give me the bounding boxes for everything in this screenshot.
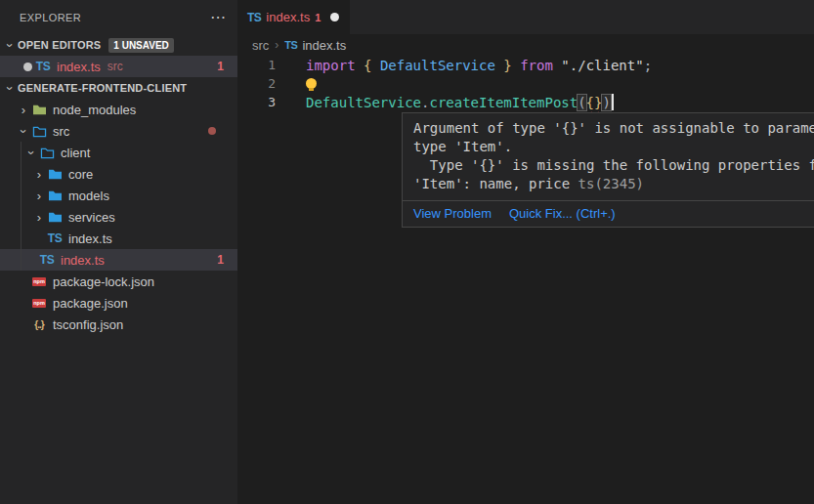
line-number: 2 bbox=[237, 76, 306, 91]
breadcrumb-separator-icon: › bbox=[275, 38, 278, 52]
explorer-sidebar: EXPLORER ⋯ › OPEN EDITORS 1 UNSAVED TS i… bbox=[0, 0, 237, 504]
explorer-title: EXPLORER bbox=[20, 12, 81, 23]
breadcrumb: src › TS index.ts bbox=[237, 34, 814, 56]
error-message-line: Type '{}' is missing the following prope… bbox=[413, 156, 814, 175]
tree-item-label: node_modules bbox=[53, 103, 136, 117]
tree-item-label: models bbox=[68, 189, 109, 203]
tree-item-label: package-lock.json bbox=[53, 274, 154, 289]
view-problem-link[interactable]: View Problem bbox=[413, 206, 492, 221]
tab-file-label: index.ts bbox=[266, 10, 310, 24]
breadcrumb-file[interactable]: index.ts bbox=[302, 38, 346, 53]
tree-item-package-lock-json[interactable]: npm package-lock.json bbox=[0, 271, 237, 292]
open-editor-item-index-ts[interactable]: TS index.ts src 1 bbox=[0, 56, 237, 77]
open-editor-file-desc: src bbox=[107, 60, 123, 73]
tree-item-src[interactable]: › src bbox=[0, 120, 237, 142]
chevron-down-icon: › bbox=[16, 124, 31, 139]
error-code-ref: ts(2345) bbox=[578, 176, 644, 191]
tree-item-label: core bbox=[68, 167, 93, 182]
typescript-file-icon: TS bbox=[247, 11, 261, 24]
open-editor-file-label: index.ts bbox=[57, 60, 101, 74]
code-line-1: 1 import { DefaultService } from "./clie… bbox=[237, 56, 814, 74]
json-braces-icon: {..} bbox=[31, 316, 47, 332]
folder-open-icon bbox=[39, 145, 55, 160]
token-open-brace: { bbox=[364, 58, 380, 73]
line-number: 1 bbox=[237, 58, 306, 72]
line-number-active: 3 bbox=[237, 95, 306, 109]
tree-item-label: src bbox=[53, 124, 69, 139]
open-editors-label: OPEN EDITORS bbox=[18, 39, 101, 51]
token-import-keyword: import bbox=[306, 58, 364, 73]
tree-item-src-index-ts-selected[interactable]: TS index.ts 1 bbox=[0, 249, 237, 271]
vscode-window: EXPLORER ⋯ › OPEN EDITORS 1 UNSAVED TS i… bbox=[0, 0, 814, 504]
code-line-3: 3 DefaultService . createItemItemPost ( … bbox=[237, 93, 814, 111]
explorer-titlebar: EXPLORER ⋯ bbox=[0, 0, 237, 34]
modified-folder-dot-icon bbox=[208, 127, 216, 135]
chevron-down-icon: › bbox=[3, 38, 18, 53]
tab-error-count: 1 bbox=[315, 12, 321, 23]
token-close-paren: ) bbox=[602, 95, 610, 110]
token-close-brace: } bbox=[495, 58, 520, 73]
code-line-2: 2 bbox=[237, 74, 814, 93]
tree-item-label: package.json bbox=[53, 296, 128, 311]
chevron-right-icon: › bbox=[31, 189, 47, 203]
editor-area: TS index.ts 1 src › TS index.ts 1 import… bbox=[237, 0, 814, 504]
tree-item-core[interactable]: › core bbox=[0, 163, 237, 185]
project-section-label: GENERATE-FRONTEND-CLIENT bbox=[18, 82, 187, 94]
tree-item-services[interactable]: › services bbox=[0, 206, 237, 228]
tree-item-client-index-ts[interactable]: TS index.ts bbox=[0, 228, 237, 249]
chevron-right-icon: › bbox=[31, 210, 47, 225]
folder-icon bbox=[47, 166, 63, 182]
tree-item-tsconfig-json[interactable]: {..} tsconfig.json bbox=[0, 314, 237, 335]
tab-strip: TS index.ts 1 bbox=[237, 0, 814, 34]
chevron-right-icon: › bbox=[16, 103, 31, 117]
token-from-keyword: from bbox=[520, 58, 561, 73]
chevron-down-icon: › bbox=[23, 146, 39, 160]
folder-open-icon bbox=[31, 123, 47, 139]
error-hover-actions: View Problem Quick Fix... (Ctrl+.) bbox=[403, 200, 814, 227]
open-editors-header[interactable]: › OPEN EDITORS 1 UNSAVED bbox=[0, 34, 237, 56]
folder-icon bbox=[47, 188, 63, 203]
unsaved-badge: 1 UNSAVED bbox=[108, 38, 174, 53]
tree-indent-guide bbox=[21, 142, 21, 271]
text-cursor bbox=[612, 94, 614, 110]
tree-item-label: index.ts bbox=[68, 231, 112, 246]
chevron-down-icon: › bbox=[3, 81, 18, 96]
npm-icon: npm bbox=[31, 295, 47, 311]
token-module-string: "./client" bbox=[561, 58, 643, 73]
error-count-badge: 1 bbox=[217, 253, 224, 267]
code-area[interactable]: 1 import { DefaultService } from "./clie… bbox=[237, 56, 814, 111]
token-default-service: DefaultService bbox=[380, 58, 495, 73]
folder-icon bbox=[31, 102, 47, 117]
tree-item-models[interactable]: › models bbox=[0, 185, 237, 206]
error-count-badge: 1 bbox=[217, 60, 224, 73]
tab-index-ts[interactable]: TS index.ts 1 bbox=[237, 0, 350, 34]
chevron-right-icon: › bbox=[31, 167, 47, 182]
ellipsis-icon[interactable]: ⋯ bbox=[210, 10, 226, 25]
tree-item-node-modules[interactable]: › node_modules bbox=[0, 99, 237, 120]
error-message: Argument of type '{}' is not assignable … bbox=[403, 113, 814, 200]
error-message-line: Argument of type '{}' is not assignable … bbox=[413, 119, 814, 138]
tree-item-client[interactable]: › client bbox=[0, 142, 237, 163]
tree-item-label: index.ts bbox=[61, 253, 105, 268]
token-empty-object-error: {} bbox=[586, 95, 603, 110]
quick-fix-link[interactable]: Quick Fix... (Ctrl+.) bbox=[509, 206, 616, 221]
typescript-file-icon: TS bbox=[35, 59, 51, 74]
error-message-line: type 'Item'. bbox=[413, 138, 814, 156]
breadcrumb-folder[interactable]: src bbox=[252, 38, 269, 53]
lightbulb-icon[interactable] bbox=[306, 78, 317, 89]
token-method-name: createItemItemPost bbox=[429, 95, 578, 110]
folder-icon bbox=[47, 209, 63, 225]
token-semicolon: ; bbox=[644, 58, 652, 73]
token-open-paren: ( bbox=[578, 95, 585, 110]
tree-item-label: client bbox=[61, 146, 90, 160]
tree-item-label: tsconfig.json bbox=[53, 317, 123, 332]
tree-item-package-json[interactable]: npm package.json bbox=[0, 292, 237, 314]
token-default-service: DefaultService bbox=[306, 95, 421, 110]
npm-icon: npm bbox=[31, 273, 47, 289]
error-hover-tooltip: Argument of type '{}' is not assignable … bbox=[402, 112, 814, 228]
typescript-file-icon: TS bbox=[39, 252, 55, 268]
error-message-line: 'Item': name, price ts(2345) bbox=[413, 175, 814, 193]
typescript-file-icon: TS bbox=[284, 39, 297, 51]
unsaved-dot-icon[interactable] bbox=[330, 13, 339, 21]
project-section-header[interactable]: › GENERATE-FRONTEND-CLIENT bbox=[0, 77, 237, 99]
